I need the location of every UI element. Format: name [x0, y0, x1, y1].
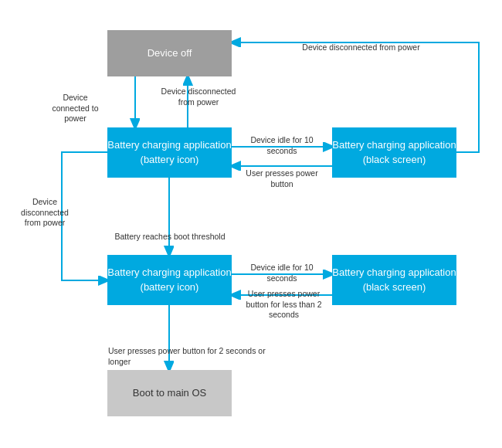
- label-idle-10s-2: Device idle for 10 seconds: [236, 263, 328, 283]
- diagram: Device off Battery charging application(…: [0, 0, 502, 448]
- device-off-label: Device off: [148, 46, 192, 60]
- label-disconnected1: Device disconnected from power: [160, 87, 237, 107]
- label-connected-to-power: Device connected to power: [46, 93, 104, 124]
- label-boot-threshold: Battery reaches boot threshold: [108, 232, 232, 243]
- label-power-btn-2: User presses power button for less than …: [236, 289, 332, 321]
- battery2-icon-box: Battery charging application(battery ico…: [107, 255, 232, 305]
- battery1-black-label: Battery charging application(black scree…: [332, 138, 456, 166]
- label-disconnected-left: Device disconnected from power: [14, 197, 76, 229]
- battery2-black-label: Battery charging application(black scree…: [332, 266, 456, 294]
- label-power-btn-1: User presses power button: [236, 168, 328, 189]
- battery1-black-box: Battery charging application(black scree…: [332, 127, 456, 178]
- battery1-icon-box: Battery charging application(battery ico…: [107, 127, 232, 178]
- label-disconnected-top: Device disconnected from power: [286, 42, 436, 53]
- battery2-black-box: Battery charging application(black scree…: [332, 255, 456, 305]
- boot-main-label: Boot to main OS: [133, 386, 206, 400]
- battery2-icon-label: Battery charging application(battery ico…: [107, 266, 231, 294]
- battery1-icon-label: Battery charging application(battery ico…: [107, 138, 231, 166]
- boot-main-os-box: Boot to main OS: [107, 370, 232, 416]
- label-idle-10s-1: Device idle for 10 seconds: [236, 135, 328, 156]
- device-off-box: Device off: [107, 30, 232, 76]
- label-boot-long: User presses power button for 2 seconds …: [108, 346, 278, 367]
